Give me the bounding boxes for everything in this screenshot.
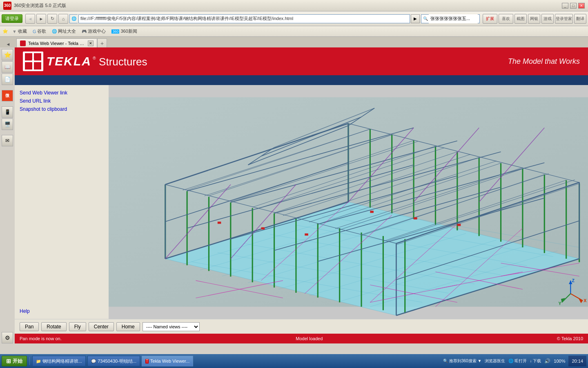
search-input[interactable] xyxy=(429,14,478,23)
sidebar-icon-phone[interactable]: 📱 xyxy=(2,106,13,118)
tekla-content-area: Send Web Viewer link Send URL link Snaps… xyxy=(15,85,588,319)
sidebar-icon-mail[interactable]: ✉ xyxy=(2,135,13,146)
svg-rect-105 xyxy=(305,233,308,236)
login-mgr-btn[interactable]: 登录管家 xyxy=(555,14,573,24)
close-btn[interactable]: ✕ xyxy=(578,3,585,9)
status-center: Model loaded xyxy=(62,336,557,341)
taskbar-browser-doctor[interactable]: 浏览器医生 xyxy=(485,358,505,364)
browser-toolbar: 请登录 ◄ ► ↻ ⌂ 🌐 ▶ 🔍 扩展 喜欢 截图 网银 游戏 登录管家 翻译 xyxy=(0,11,588,26)
send-url-link[interactable]: Send URL link xyxy=(20,98,104,104)
structural-model-svg: Z X Y xyxy=(109,85,588,319)
games-btn[interactable]: 游戏 xyxy=(541,14,554,24)
bookmark-news[interactable]: 360 360新闻 xyxy=(110,28,138,35)
login-btn[interactable]: 请登录 xyxy=(2,14,22,23)
sidebar-icon-book[interactable]: 📖 xyxy=(2,61,13,73)
tekla-logo-box: T xyxy=(23,52,43,71)
send-web-viewer-link[interactable]: Send Web Viewer link xyxy=(20,90,104,96)
svg-rect-104 xyxy=(261,227,265,229)
taskbar-item-0[interactable]: 📁 钢结构网络精讲班... xyxy=(32,356,86,366)
translate-btn[interactable]: 翻译 xyxy=(574,14,586,24)
svg-rect-2 xyxy=(25,62,32,70)
svg-rect-106 xyxy=(370,211,374,213)
tekla-logo: T TEKLA ® Structures xyxy=(23,52,147,71)
taskbar-download[interactable]: ↓ 下载 xyxy=(530,358,541,364)
home-btn[interactable]: ⌂ xyxy=(58,14,68,24)
forward-btn[interactable]: ► xyxy=(36,14,46,24)
tekla-brand: TEKLA xyxy=(47,54,91,68)
tekla-left-panel: Send Web Viewer link Send URL link Snaps… xyxy=(15,85,109,319)
center-btn[interactable]: Center xyxy=(89,322,114,331)
fly-btn[interactable]: Fly xyxy=(69,322,86,331)
home-btn[interactable]: Home xyxy=(116,322,140,331)
search-container: 🔍 xyxy=(421,14,480,23)
browser-content: T TEKLA ® Structures The Model that Work… xyxy=(15,47,588,343)
svg-text:Y: Y xyxy=(558,301,561,306)
browser-title: 360安全浏览器 5.0 正式版 xyxy=(14,2,66,9)
tekla-header: T TEKLA ® Structures The Model that Work… xyxy=(15,47,588,75)
svg-rect-0 xyxy=(25,53,32,61)
tab-left-nav[interactable]: ◄ xyxy=(6,42,11,47)
bookmark-games[interactable]: 🎮 游戏中心 xyxy=(80,28,107,35)
snapshot-to-clipboard-link[interactable]: Snapshot to clipboard xyxy=(20,106,104,112)
taskbar-ie[interactable]: 🌐 IE打开 xyxy=(508,358,526,364)
bookmark-games-label: 游戏中心 xyxy=(88,28,106,34)
svg-rect-108 xyxy=(457,224,461,226)
tab-tekla[interactable]: Tekla Web Viewer - Tekla Struct... ✕ xyxy=(16,38,97,47)
taskbar: ⊞ 开始 📁 钢结构网络精讲班... 💬 73450430-明锐结... T T… xyxy=(0,354,588,368)
tekla-toolbar: Pan Rotate Fly Center Home ---- Named vi… xyxy=(15,319,588,334)
svg-rect-3 xyxy=(34,62,41,70)
help-link[interactable]: Help xyxy=(20,308,104,314)
rotate-btn[interactable]: Rotate xyxy=(41,322,66,331)
tekla-nav-bar xyxy=(15,75,588,85)
bookmark-google[interactable]: G 谷歌 xyxy=(31,28,48,35)
taskbar-search[interactable]: 🔍 推荐到360搜索 ▼ xyxy=(443,358,481,364)
bookmark-urls[interactable]: 🌐 网址大全 xyxy=(50,28,78,35)
bookmark-urls-label: 网址大全 xyxy=(58,28,76,34)
refresh-btn[interactable]: ↻ xyxy=(47,14,57,24)
taskbar-volume[interactable]: 🔊 xyxy=(544,358,550,364)
start-button[interactable]: ⊞ 开始 xyxy=(2,356,27,366)
go-btn[interactable]: ▶ xyxy=(411,14,420,23)
svg-text:T: T xyxy=(32,59,34,64)
bookmark-favorites-label: 收藏 xyxy=(18,28,27,34)
address-bar-container: 🌐 ▶ xyxy=(69,14,420,23)
pan-btn[interactable]: Pan xyxy=(20,322,39,331)
back-btn[interactable]: ◄ xyxy=(25,14,35,24)
tab-close-btn[interactable]: ✕ xyxy=(88,40,94,46)
tekla-3d-viewer[interactable]: Z X Y xyxy=(109,85,588,319)
status-right: © Tekla 2010 xyxy=(557,336,583,341)
tekla-brand-text: TEKLA ® Structures xyxy=(47,54,147,68)
window-controls: _ □ ✕ xyxy=(562,3,585,9)
taskbar-item-2[interactable]: T Tekla Web Viewer... xyxy=(142,356,193,366)
bookmark-google-label: 谷歌 xyxy=(37,28,46,34)
svg-rect-107 xyxy=(414,217,417,219)
tab-bar: ◄ Tekla Web Viewer - Tekla Struct... ✕ + xyxy=(0,37,588,47)
status-left: Pan mode is now on. xyxy=(20,336,62,341)
toolbar-right: 扩展 喜欢 截图 网银 游戏 登录管家 翻译 xyxy=(483,14,586,24)
named-views-select[interactable]: ---- Named views ---- xyxy=(143,322,200,331)
browser-titlebar: 360 360安全浏览器 5.0 正式版 _ □ ✕ xyxy=(0,0,588,11)
svg-rect-103 xyxy=(218,222,221,224)
taskbar-divider xyxy=(29,357,30,365)
sidebar-icon-weibo[interactable]: 微 xyxy=(2,90,13,101)
bookmarks-bar: ⭐ ▼ 收藏 G 谷歌 🌐 网址大全 🎮 游戏中心 360 360新闻 xyxy=(0,26,588,37)
new-tab-btn[interactable]: + xyxy=(97,38,107,47)
screenshot-btn[interactable]: 截图 xyxy=(514,14,527,24)
favorite-btn[interactable]: 喜欢 xyxy=(499,14,513,24)
volume-level: 100% xyxy=(554,359,565,364)
left-sidebar: ⭐ 📖 📄 微 📱 🖥️ ✉ ⚙ xyxy=(0,47,15,343)
taskbar-right: 🔍 推荐到360搜索 ▼ 浏览器医生 🌐 IE打开 ↓ 下载 🔊 100% 20… xyxy=(443,356,586,366)
extension-btn[interactable]: 扩展 xyxy=(483,14,497,24)
netbank-btn[interactable]: 网银 xyxy=(528,14,540,24)
maximize-btn[interactable]: □ xyxy=(570,3,577,9)
taskbar-clock: 20:14 xyxy=(568,356,586,366)
bookmark-favorites[interactable]: ▼ 收藏 xyxy=(11,28,29,35)
sidebar-icon-monitor[interactable]: 🖥️ xyxy=(2,119,13,130)
taskbar-item-1[interactable]: 💬 73450430-明锐结... xyxy=(87,356,140,366)
sidebar-icon-doc[interactable]: 📄 xyxy=(2,74,13,85)
sidebar-icon-settings[interactable]: ⚙ xyxy=(2,332,13,343)
minimize-btn[interactable]: _ xyxy=(562,3,568,9)
sidebar-icon-star[interactable]: ⭐ xyxy=(2,49,13,61)
address-input[interactable] xyxy=(78,14,410,23)
svg-text:X: X xyxy=(584,298,587,303)
